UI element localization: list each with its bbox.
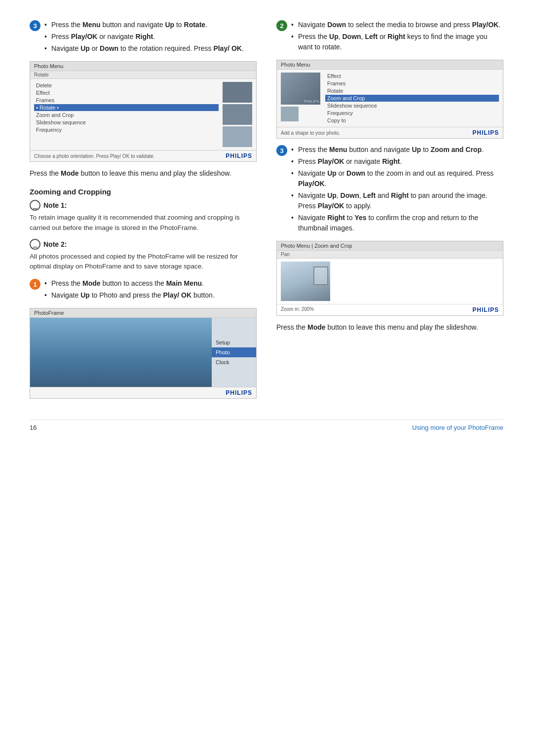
step3-item3: Navigate Up or Down to the rotation requ…	[44, 43, 257, 54]
zoom-right-area	[334, 262, 499, 301]
zoom-footer: Zoom in: 200% PHILIPS	[277, 304, 503, 315]
photo-menu-screen-box: Photo Menu PHILIPS Effect Frames Rotate …	[276, 60, 503, 139]
step1-content: Press the Mode button to access the Main…	[44, 278, 257, 302]
main-menu-items-panel: Setup Photo Clock	[212, 318, 256, 387]
photo-menu-footer: Add a shape to your photo. PHILIPS	[277, 127, 503, 138]
note2-label: ⎯ Note 2:	[30, 239, 257, 250]
zoom-crop-screen-box: Photo Menu | Zoom and Crop Pan Zoom in: …	[276, 241, 503, 316]
footer-page-number: 16	[30, 424, 37, 431]
page-layout: 3 Press the Menu button and navigate Up …	[30, 20, 503, 405]
menu-item-delete: Delete	[34, 82, 219, 89]
menu-item-zoom: Zoom and Crop	[34, 112, 219, 118]
step3-num: 3	[30, 20, 40, 31]
left-step1-block: 1 Press the Mode button to access the Ma…	[30, 278, 257, 302]
photo-menu-copy: Copy to	[325, 117, 499, 124]
rotate-menu-list: Delete Effect Frames • Rotate • Zoom and…	[34, 82, 219, 147]
photo-menu-slide: Slideshow sequence	[325, 102, 499, 109]
rotate-thumb-2	[223, 104, 252, 125]
right-step2-block: 2 Navigate Down to select the media to b…	[276, 20, 503, 54]
main-menu-footer: PHILIPS	[30, 387, 256, 398]
photo-menu-effect: Effect	[325, 73, 499, 79]
photo-menu-zoom: Zoom and Crop	[325, 95, 499, 102]
menu-setup: Setup	[212, 338, 256, 347]
note1-label: ⎯ Note 1:	[30, 200, 257, 211]
menu-item-frames: Frames	[34, 97, 219, 104]
step2-item1: Navigate Down to select the media to bro…	[291, 20, 503, 30]
photo-menu-header: Photo Menu	[277, 60, 503, 70]
step3-content: Press the Menu button and navigate Up to…	[44, 20, 257, 55]
rotate-screen-footer: Choose a photo orientation. Press Play/ …	[30, 150, 256, 161]
rotate-screen-header: Photo Menu	[30, 62, 256, 71]
rotate-footer-text: Choose a photo orientation. Press Play/ …	[34, 153, 155, 159]
photo-menu-philips-logo: PHILIPS	[472, 129, 499, 136]
note1-icon: ⎯	[30, 200, 40, 211]
section-title-zoom: Zooming and Cropping	[30, 188, 257, 196]
photo-menu-freq: Frequency	[325, 110, 499, 116]
zoom-footer-text: Zoom in: 200%	[281, 306, 314, 313]
zoom-body	[277, 259, 503, 304]
photo-menu-body: PHILIPS Effect Frames Rotate Zoom and Cr…	[277, 70, 503, 127]
note2-icon: ⎯	[30, 239, 40, 250]
menu-clock: Clock	[212, 357, 256, 367]
menu-item-freq: Frequency	[34, 126, 219, 133]
note1-block: ⎯ Note 1: To retain image quality it is …	[30, 200, 257, 233]
photo-menu-rotate: Rotate	[325, 87, 499, 94]
zoom-philips-logo: PHILIPS	[472, 306, 499, 313]
right-step3-item2: Press Play/OK or navigate Right.	[291, 156, 503, 167]
right-step3-content: Press the Menu button and navigate Up to…	[291, 145, 503, 235]
menu-item-effect: Effect	[34, 89, 219, 96]
main-menu-philips-logo: PHILIPS	[226, 389, 252, 396]
photo-thumb-area: PHILIPS	[281, 73, 320, 124]
note1-title: Note 1:	[43, 201, 67, 209]
right-mode-text: Press the Mode button to leave this menu…	[276, 322, 503, 333]
rotate-screen-subheader: Rotate	[30, 71, 256, 79]
rotate-thumbnails	[223, 82, 252, 147]
footer-label: Using more of your PhotoFrame	[412, 424, 503, 431]
step1-item2: Navigate Up to Photo and press the Play/…	[44, 290, 257, 301]
menu-photo: Photo	[212, 347, 256, 357]
photo-menu-caption: Add a shape to your photo.	[281, 130, 340, 136]
menu-item-slideshow: Slideshow sequence	[34, 119, 219, 126]
left-column: 3 Press the Menu button and navigate Up …	[30, 20, 257, 405]
photo-small-thumbs	[281, 107, 320, 121]
photo-mini-1	[281, 107, 299, 121]
rotate-philips-logo: PHILIPS	[226, 152, 252, 159]
rotate-screen-box: Photo Menu Rotate Delete Effect Frames •…	[30, 61, 257, 162]
step2-content: Navigate Down to select the media to bro…	[291, 20, 503, 54]
note2-text: All photos processed and copied by the P…	[30, 252, 257, 272]
photo-menu-list: Effect Frames Rotate Zoom and Crop Slide…	[325, 73, 499, 124]
right-step3-item5: Navigate Right to Yes to confirm the cro…	[291, 213, 503, 233]
rotate-thumb-3	[223, 126, 252, 147]
zoom-crop-subheader: Pan	[277, 251, 503, 259]
right-step3-item1: Press the Menu button and navigate Up to…	[291, 145, 503, 155]
step3-item1: Press the Menu button and navigate Up to…	[44, 20, 257, 30]
photo-main-thumb: PHILIPS	[281, 73, 320, 105]
main-menu-screen-box: PhotoFrame Setup Photo Clock PHILIPS	[30, 308, 257, 399]
step2-num: 2	[276, 20, 287, 31]
right-column: 2 Navigate Down to select the media to b…	[276, 20, 503, 405]
step1-item1: Press the Mode button to access the Main…	[44, 278, 257, 289]
rotate-screen-body: Delete Effect Frames • Rotate • Zoom and…	[30, 79, 256, 150]
zoom-photo	[281, 262, 330, 301]
note2-block: ⎯ Note 2: All photos processed and copie…	[30, 239, 257, 272]
left-mode-text: Press the Mode button to leave this menu…	[30, 168, 257, 179]
page-footer: 16 Using more of your PhotoFrame	[30, 419, 503, 431]
rotate-thumb-1	[223, 82, 252, 103]
right-step3-block: 3 Press the Menu button and navigate Up …	[276, 145, 503, 235]
main-menu-header: PhotoFrame	[30, 308, 256, 318]
right-step3-item4: Navigate Up, Down, Left and Right to pan…	[291, 190, 503, 211]
step2-item2: Press the Up, Down, Left or Right keys t…	[291, 32, 503, 52]
note1-text: To retain image quality it is recommende…	[30, 213, 257, 233]
zoom-crop-header: Photo Menu | Zoom and Crop	[277, 241, 503, 251]
note2-title: Note 2:	[43, 240, 67, 248]
zoom-crop-indicator	[313, 266, 328, 285]
photo-menu-frames: Frames	[325, 80, 499, 87]
menu-item-rotate: • Rotate •	[34, 104, 219, 111]
right-step3-num: 3	[276, 145, 287, 156]
step1-num: 1	[30, 279, 40, 290]
right-step3-item3: Navigate Up or Down to the zoom in and o…	[291, 168, 503, 189]
main-menu-body: Setup Photo Clock	[30, 318, 256, 387]
step3-item2: Press Play/OK or navigate Right.	[44, 32, 257, 42]
left-step3-block: 3 Press the Menu button and navigate Up …	[30, 20, 257, 55]
